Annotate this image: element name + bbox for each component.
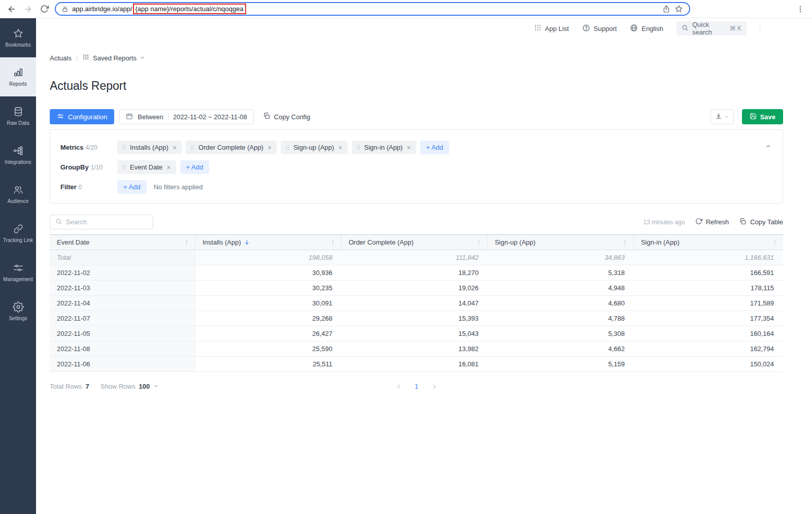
add-metric-button[interactable]: + Add bbox=[420, 141, 450, 154]
back-icon[interactable] bbox=[6, 4, 17, 15]
forward-icon[interactable] bbox=[22, 4, 33, 15]
copy-config-button[interactable]: Copy Config bbox=[263, 112, 311, 121]
drag-handle-icon[interactable] bbox=[191, 145, 194, 150]
column-header-sign-up[interactable]: Sign-up (App) ⋮ bbox=[488, 235, 634, 250]
page-title: Actuals Report bbox=[50, 79, 783, 93]
drag-handle-icon[interactable] bbox=[122, 164, 126, 170]
total-rows: Total Rows 7 bbox=[50, 383, 89, 390]
groupby-label: GroupBy bbox=[60, 163, 89, 171]
saved-reports-dropdown[interactable]: Saved Reports bbox=[82, 53, 145, 62]
no-filters-text: No filters applied bbox=[154, 183, 203, 191]
column-header-sign-in[interactable]: Sign-in (App) ⋮ bbox=[634, 235, 783, 250]
remove-chip-icon[interactable]: × bbox=[267, 144, 272, 151]
collapse-panel-icon[interactable] bbox=[765, 143, 771, 149]
integrations-icon bbox=[13, 145, 24, 156]
metric-chip[interactable]: Order Complete (App) × bbox=[186, 141, 277, 154]
sidebar-item-integrations[interactable]: Integrations bbox=[0, 135, 36, 175]
search-input[interactable] bbox=[66, 218, 148, 226]
reload-icon[interactable] bbox=[39, 4, 50, 15]
browser-menu-icon[interactable] bbox=[795, 4, 806, 15]
date-range-picker[interactable]: Between 2022-11-02 ~ 2022-11-08 bbox=[119, 109, 253, 124]
grid-icon bbox=[534, 24, 542, 33]
sidebar-item-bookmarks[interactable]: Bookmarks bbox=[0, 18, 36, 57]
filter-row: Filter0 + Add No filters applied bbox=[60, 180, 772, 194]
table-row[interactable]: 2022-11-02 30,936 18,270 5,318 166,591 bbox=[50, 265, 783, 281]
sidebar-item-audience[interactable]: Audience bbox=[0, 175, 36, 214]
table-row[interactable]: 2022-11-04 30,091 14,047 4,680 171,589 bbox=[50, 296, 783, 311]
total-sign-up: 34,863 bbox=[488, 250, 634, 265]
sidebar-item-settings[interactable]: Settings bbox=[0, 292, 36, 331]
add-groupby-button[interactable]: + Add bbox=[180, 160, 210, 174]
metric-chip[interactable]: Sign-up (App) × bbox=[281, 141, 347, 154]
drag-handle-icon[interactable] bbox=[122, 145, 126, 150]
table-row[interactable]: 2022-11-06 25,511 16,081 5,159 150,024 bbox=[50, 357, 783, 372]
sidebar-item-reports[interactable]: Reports bbox=[0, 57, 36, 96]
copy-table-button[interactable]: Copy Table bbox=[739, 218, 783, 227]
chevron-down-icon bbox=[153, 383, 158, 390]
total-order-complete: 111,842 bbox=[342, 250, 488, 265]
sidebar-item-tracking-link[interactable]: Tracking Link bbox=[0, 214, 36, 253]
share-icon[interactable] bbox=[662, 5, 670, 13]
url-bar[interactable]: app.airbridge.io/app/{app name}/reports/… bbox=[55, 2, 690, 16]
drag-handle-icon[interactable] bbox=[286, 145, 289, 150]
remove-chip-icon[interactable]: × bbox=[338, 144, 342, 151]
url-highlighted-path: {app name}/reports/actual/c/nqoqgea bbox=[133, 4, 246, 14]
star-icon bbox=[13, 28, 24, 39]
groupby-row: GroupBy1/10 Event Date × + Add bbox=[60, 160, 772, 174]
app-list-button[interactable]: App List bbox=[534, 24, 569, 33]
groupby-count: 1/10 bbox=[91, 164, 103, 171]
save-button[interactable]: Save bbox=[742, 109, 783, 124]
support-button[interactable]: Support bbox=[582, 24, 617, 33]
column-menu-icon[interactable]: ⋮ bbox=[329, 238, 336, 246]
sidebar-item-raw-data[interactable]: Raw Data bbox=[0, 96, 36, 135]
remove-chip-icon[interactable]: × bbox=[166, 164, 171, 171]
remove-chip-icon[interactable]: × bbox=[173, 144, 177, 151]
breadcrumb-actuals[interactable]: Actuals bbox=[50, 54, 72, 62]
column-header-installs[interactable]: Installs (App) ⋮ bbox=[195, 235, 342, 250]
table-row[interactable]: 2022-11-05 26,427 15,043 5,308 160,164 bbox=[50, 326, 783, 341]
column-menu-icon[interactable]: ⋮ bbox=[476, 238, 482, 246]
remove-chip-icon[interactable]: × bbox=[407, 144, 411, 151]
language-button[interactable]: English bbox=[630, 24, 663, 33]
table-row[interactable]: 2022-11-07 29,268 15,393 4,788 177,354 bbox=[50, 311, 783, 326]
configuration-button[interactable]: Configuration bbox=[50, 109, 114, 124]
table-header-row: Event Date ⋮ Installs (App) ⋮ Order Comp… bbox=[50, 235, 783, 250]
add-filter-button[interactable]: + Add bbox=[117, 180, 147, 194]
download-chevron-icon bbox=[724, 113, 729, 121]
refresh-button[interactable]: Refresh bbox=[695, 218, 729, 226]
link-icon bbox=[13, 223, 24, 234]
table-row[interactable]: 2022-11-08 25,590 13,982 4,662 162,794 bbox=[50, 341, 783, 357]
total-label: Total bbox=[50, 250, 195, 265]
drag-handle-icon[interactable] bbox=[357, 145, 360, 150]
metrics-count: 4/20 bbox=[86, 144, 97, 151]
groupby-chip[interactable]: Event Date × bbox=[117, 160, 176, 174]
column-menu-icon[interactable]: ⋮ bbox=[183, 238, 190, 246]
sort-desc-icon[interactable] bbox=[244, 239, 250, 245]
column-menu-icon[interactable]: ⋮ bbox=[622, 238, 628, 246]
table-row[interactable]: 2022-11-03 30,235 19,026 4,948 178,115 bbox=[50, 281, 783, 296]
metric-chip[interactable]: Installs (App) × bbox=[117, 141, 182, 154]
metric-chip[interactable]: Sign-in (App) × bbox=[352, 141, 416, 154]
bookmark-star-icon[interactable] bbox=[674, 5, 683, 13]
table-total-row: Total 198,058 111,842 34,863 1,166,631 bbox=[50, 250, 783, 265]
help-icon bbox=[582, 24, 590, 33]
lock-icon bbox=[62, 6, 68, 12]
column-menu-icon[interactable]: ⋮ bbox=[771, 238, 778, 246]
next-page-icon[interactable] bbox=[431, 384, 437, 390]
browser-chrome: app.airbridge.io/app/{app name}/reports/… bbox=[0, 0, 812, 18]
quick-search[interactable]: Quick search ⌘ K bbox=[676, 21, 747, 36]
prev-page-icon[interactable] bbox=[395, 384, 401, 390]
download-button[interactable] bbox=[710, 109, 734, 124]
database-icon bbox=[13, 106, 24, 117]
show-rows-select[interactable]: Show Rows 100 bbox=[100, 383, 158, 390]
metrics-label: Metrics bbox=[60, 144, 84, 151]
column-header-event-date[interactable]: Event Date ⋮ bbox=[50, 235, 195, 250]
table-search[interactable] bbox=[50, 215, 153, 229]
filter-label: Filter bbox=[60, 183, 77, 191]
page-number[interactable]: 1 bbox=[415, 383, 418, 390]
copy-icon bbox=[263, 112, 270, 121]
report-toolbar: Configuration Between 2022-11-02 ~ 2022-… bbox=[50, 109, 783, 124]
sidebar-item-management[interactable]: Management bbox=[0, 253, 36, 292]
column-header-order-complete[interactable]: Order Complete (App) ⋮ bbox=[342, 235, 488, 250]
people-icon bbox=[13, 184, 24, 195]
